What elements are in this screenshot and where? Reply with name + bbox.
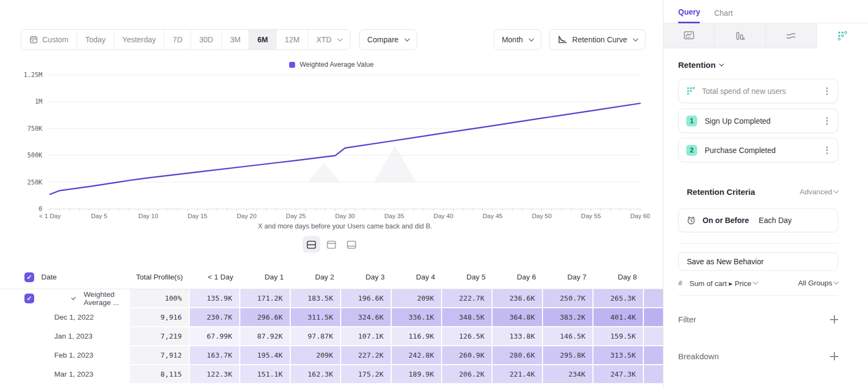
row-label: Feb 1, 2023 bbox=[54, 351, 93, 359]
retention-criteria-title: Retention Criteria bbox=[687, 187, 755, 196]
retention-dots-icon bbox=[686, 86, 695, 96]
header-day-3: Day 3 bbox=[341, 265, 392, 289]
select-all-checkbox[interactable] bbox=[24, 272, 34, 282]
advanced-dropdown[interactable]: Advanced bbox=[800, 188, 838, 196]
chevron-down-icon bbox=[834, 188, 839, 194]
cell-day-value: 348.5K bbox=[442, 308, 493, 327]
flow-chart-icon bbox=[786, 31, 796, 41]
cell-day-value: 151.1K bbox=[240, 365, 291, 384]
row-label: Mar 1, 2023 bbox=[54, 370, 93, 378]
tab-retention[interactable] bbox=[817, 23, 868, 48]
chart-tick-label: < 1 Day bbox=[39, 213, 61, 219]
cell-total-profiles: 100% bbox=[130, 289, 190, 308]
split-view-toggle[interactable] bbox=[303, 236, 320, 253]
behavior-card[interactable]: Total spend of new users bbox=[678, 79, 838, 103]
header-label: Day 5 bbox=[467, 273, 486, 281]
header-label: Date bbox=[41, 273, 57, 281]
table-row: Mar 1, 20238,115122.3K151.1K162.3K175.2K… bbox=[0, 365, 663, 384]
tab-insights-chart[interactable] bbox=[663, 23, 714, 48]
step-number-badge: 1 bbox=[686, 116, 697, 126]
header-label: < 1 Day bbox=[208, 273, 233, 281]
panel-tab-query[interactable]: Query bbox=[678, 8, 700, 23]
group-label: All Groups bbox=[798, 279, 832, 287]
tab-bar-chart[interactable] bbox=[714, 23, 765, 48]
add-filter-icon[interactable] bbox=[830, 315, 838, 323]
cell-day-value: 295.8K bbox=[543, 346, 593, 365]
kebab-menu-icon[interactable] bbox=[824, 144, 830, 156]
retention-criteria-header: Retention Criteria Advanced bbox=[678, 187, 838, 196]
retention-report-app: CustomTodayYesterday7D30D3M6M12MXTD Comp… bbox=[0, 0, 868, 388]
alarm-clock-icon bbox=[686, 215, 696, 225]
panel-tab-chart[interactable]: Chart bbox=[714, 9, 732, 23]
cell-total-profiles: 7,912 bbox=[130, 346, 190, 365]
save-as-new-behavior-button[interactable]: Save as New Behavior bbox=[678, 252, 838, 271]
kebab-menu-icon[interactable] bbox=[824, 115, 830, 127]
cell-day-value: 260.9K bbox=[442, 346, 493, 365]
row-date-cell: Dec 1, 2022 bbox=[0, 308, 130, 327]
group-selector[interactable]: All Groups bbox=[798, 279, 838, 287]
header-day-5: Day 5 bbox=[442, 265, 493, 289]
chart-tick-label: 500K bbox=[27, 151, 42, 159]
header-date: Date bbox=[0, 265, 130, 289]
table-only-icon bbox=[347, 240, 356, 249]
chevron-down-icon bbox=[834, 279, 839, 285]
cell-total-profiles: 7,219 bbox=[130, 327, 190, 346]
cell-day-value: 146.5K bbox=[543, 327, 593, 346]
cell-day-value: 336.1K bbox=[392, 308, 442, 327]
row-date-cell: Feb 1, 2023 bbox=[0, 346, 130, 365]
criteria-window[interactable]: Each Day bbox=[759, 216, 792, 225]
expand-chevron-icon[interactable] bbox=[71, 295, 76, 300]
criteria-card[interactable]: On or Before Each Day bbox=[678, 208, 838, 232]
property-selector[interactable]: Sum of cart ▸ Price bbox=[690, 279, 757, 288]
cell-day-value: 107.1K bbox=[341, 327, 392, 346]
chart-tick-label: 750K bbox=[27, 125, 42, 132]
header-total-profile-s-: Total Profile(s) bbox=[130, 265, 190, 289]
row-date-cell: Mar 1, 2023 bbox=[0, 365, 130, 384]
table-only-toggle[interactable] bbox=[343, 236, 360, 253]
step-card-2[interactable]: 2Purchase Completed bbox=[678, 138, 838, 162]
step-card-1[interactable]: 1Sign Up Completed bbox=[678, 109, 838, 133]
retention-section-label: Retention bbox=[678, 60, 716, 69]
table-row: Jan 1, 20237,21967.99K87.92K97.87K107.1K… bbox=[0, 327, 663, 346]
watermark-triangle bbox=[308, 163, 340, 182]
measurement-property-row: # Sum of cart ▸ Price All Groups bbox=[678, 271, 838, 296]
chart-tick-label: Day 50 bbox=[532, 213, 551, 219]
chart-tick-label: Day 5 bbox=[91, 213, 107, 219]
chart-tick-label: 250K bbox=[27, 179, 42, 186]
add-breakdown-icon[interactable] bbox=[830, 352, 838, 360]
breakdown-label: Breakdown bbox=[678, 352, 719, 361]
cell-day-value: 311.5K bbox=[291, 308, 341, 327]
chart-tick-label: Day 20 bbox=[237, 213, 256, 219]
header-day-6: Day 6 bbox=[493, 265, 543, 289]
chart-only-icon bbox=[327, 240, 336, 249]
cell-day-value: 236.6K bbox=[493, 289, 543, 308]
cell-day-value: 383.2K bbox=[543, 308, 593, 327]
criteria-condition[interactable]: On or Before bbox=[703, 216, 749, 225]
insights-chart-icon bbox=[684, 31, 694, 41]
chart-tick-label: 1.25M bbox=[23, 71, 42, 79]
chart-tick-label: Day 35 bbox=[384, 213, 404, 219]
cell-day-value: 265.3K bbox=[593, 289, 644, 308]
property-label: Sum of cart ▸ Price bbox=[690, 279, 751, 288]
retention-line-series bbox=[50, 103, 640, 194]
kebab-menu-icon[interactable] bbox=[824, 85, 830, 97]
header-label: Day 1 bbox=[265, 273, 284, 281]
tab-flow-chart[interactable] bbox=[766, 23, 817, 48]
row-checkbox[interactable] bbox=[24, 294, 34, 303]
header-label: Day 8 bbox=[618, 273, 637, 281]
report-main-area: CustomTodayYesterday7D30D3M6M12MXTD Comp… bbox=[0, 0, 663, 388]
cell-day-value: 126.5K bbox=[442, 327, 493, 346]
cell-day-value: 162.3K bbox=[291, 365, 341, 384]
panel-tabs: QueryChart bbox=[663, 0, 868, 23]
chart-only-toggle[interactable] bbox=[323, 236, 340, 253]
retention-section-header[interactable]: Retention bbox=[678, 60, 838, 69]
cell-day-value: 196.6K bbox=[341, 289, 392, 308]
cell-total-profiles: 9,916 bbox=[130, 308, 190, 327]
cell-day-value: 87.92K bbox=[240, 327, 291, 346]
cell-day-value: 195.4K bbox=[240, 346, 291, 365]
step-label: Purchase Completed bbox=[705, 146, 776, 155]
retention-curve-svg: 0250K500K750K1M1.25M< 1 DayDay 5Day 10Da… bbox=[0, 0, 663, 255]
cell-day-value: 189.9K bbox=[392, 365, 442, 384]
cell-day-value: 116.9K bbox=[392, 327, 442, 346]
table-header-row: DateTotal Profile(s)< 1 DayDay 1Day 2Day… bbox=[0, 265, 663, 289]
